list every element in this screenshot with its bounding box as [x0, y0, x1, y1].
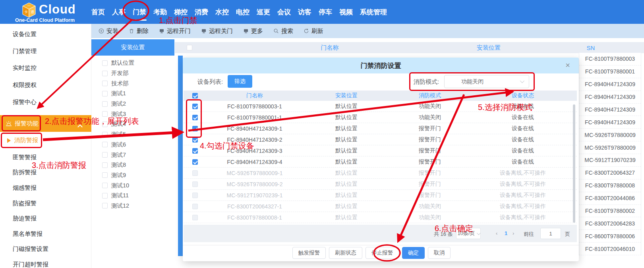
sn-cell[interactable]: FC-8300T20064327	[579, 167, 641, 179]
tree-item[interactable]: 测试4	[91, 119, 175, 129]
tree-item[interactable]: 测试11	[91, 191, 175, 201]
sidebar-item[interactable]: 门禁管理	[0, 43, 91, 60]
sn-cell[interactable]: FC-8100T20046010	[579, 243, 641, 255]
table-row[interactable]: MC-5912T19070239-1 默认位置 报警开门 设备离线,不可操作	[184, 190, 577, 201]
row-checkbox[interactable]	[192, 115, 198, 120]
row-checkbox[interactable]	[192, 170, 198, 176]
tree-item[interactable]: 测试7	[91, 150, 175, 160]
row-checkbox[interactable]	[192, 159, 198, 165]
install-button[interactable]: 安装	[99, 27, 118, 35]
nav-item[interactable]: 视频	[338, 6, 354, 18]
table-row[interactable]: MC-5926T97880009-2 默认位置 报警开门 设备离线,不可操作	[184, 179, 577, 190]
sidebar-item[interactable]: 实时监控	[0, 60, 91, 77]
footer-button[interactable]: 确定	[402, 247, 425, 259]
tree-item-checkbox[interactable]	[102, 172, 108, 178]
tree-item[interactable]: 测试12	[91, 201, 175, 211]
footer-button[interactable]: 刷新状态	[329, 247, 362, 259]
sidebar-item[interactable]: 防拆警报	[0, 165, 91, 181]
row-checkbox[interactable]	[192, 215, 198, 220]
tree-item[interactable]: 测试1	[91, 89, 175, 99]
nav-item[interactable]: 访客	[297, 6, 312, 18]
fire-mode-select[interactable]: 功能关闭	[444, 75, 529, 88]
select-all-checkbox[interactable]	[192, 93, 198, 98]
row-checkbox[interactable]	[192, 204, 198, 209]
sn-cell[interactable]: MC-5926T97880009	[579, 141, 641, 154]
tree-item[interactable]: 测试10	[91, 180, 175, 191]
sn-cell[interactable]: FC-8600T97880006	[579, 230, 641, 243]
search-button[interactable]: 搜索	[273, 27, 293, 35]
tree-item-checkbox[interactable]	[102, 162, 108, 168]
sidebar-item[interactable]: 防盗报警	[0, 196, 91, 211]
sidebar-item-fire-alarm[interactable]: 消防警报	[0, 132, 91, 149]
tree-item-checkbox[interactable]	[102, 142, 108, 147]
sn-cell[interactable]: FC-8300T97880008	[579, 179, 641, 192]
remote-close-button[interactable]: 远程关门	[201, 27, 233, 35]
table-row[interactable]: FC-8100T97880003-1 默认位置 功能关闭 设备在线	[184, 101, 577, 112]
tree-item-checkbox[interactable]	[102, 183, 108, 188]
sn-cell[interactable]: FC-8300T20064283	[579, 217, 641, 230]
table-row[interactable]: FC-8940H47124309-4 默认位置 报警开门 设备在线	[184, 156, 577, 168]
sidebar-item[interactable]: 胁迫警报	[0, 211, 91, 226]
tree-item-checkbox[interactable]	[102, 132, 108, 137]
nav-item[interactable]: 巡更	[256, 6, 271, 18]
tree-item-checkbox[interactable]	[102, 91, 108, 96]
sidebar-item[interactable]: 权限授权	[0, 77, 91, 94]
sn-cell[interactable]: FC-8100T97880001	[579, 66, 641, 78]
tree-item[interactable]: 测试3	[91, 109, 175, 119]
close-icon[interactable]: ×	[565, 61, 570, 69]
row-checkbox[interactable]	[192, 126, 198, 131]
tree-item-checkbox[interactable]	[102, 60, 108, 66]
nav-item[interactable]: 电控	[235, 6, 250, 18]
tree-item-checkbox[interactable]	[102, 203, 108, 208]
table-scrollbar[interactable]	[573, 104, 575, 223]
next-page-button[interactable]: ›	[512, 230, 514, 236]
row-checkbox[interactable]	[192, 193, 198, 198]
tree-item-checkbox[interactable]	[102, 111, 108, 117]
nav-item[interactable]: 停车	[318, 6, 333, 18]
refresh-button[interactable]: 刷新	[304, 27, 323, 35]
sn-cell[interactable]: MC-5912T19070239	[579, 154, 641, 167]
sn-cell[interactable]: FC-8100T97880002	[579, 205, 641, 218]
tree-item[interactable]: 测试6	[91, 140, 175, 150]
table-row[interactable]: FC-8940H47124309-3 默认位置 报警开门 设备在线	[184, 145, 577, 156]
sn-cell[interactable]: FC-8940H47124309	[579, 104, 641, 116]
nav-item[interactable]: 人事	[111, 6, 126, 18]
delete-button[interactable]: 删除	[129, 27, 149, 35]
tree-item[interactable]: 测试5	[91, 129, 175, 140]
nav-item[interactable]: 首页	[91, 6, 106, 18]
nav-item[interactable]: 会议	[277, 6, 292, 18]
tree-item[interactable]: 开发部	[91, 68, 175, 79]
sidebar-item[interactable]: 开门超时警报	[0, 257, 91, 268]
sidebar-item[interactable]: 烟感警报	[0, 180, 91, 196]
sn-cell[interactable]: FC-8940H47124309	[579, 116, 641, 129]
table-row[interactable]: FC-8300T20064327-1 默认位置 功能关闭 设备离线,不可操作	[184, 201, 577, 212]
sn-cell[interactable]: MC-5926T97880009	[579, 129, 641, 141]
sidebar-item-alarm-functions[interactable]: 报警功能	[0, 115, 91, 132]
sn-cell[interactable]: FC-8100T97880003	[579, 53, 641, 66]
sidebar-item[interactable]: 报警中心	[0, 94, 91, 111]
nav-item[interactable]: 考勤	[153, 6, 168, 18]
footer-button[interactable]: 触发报警	[292, 247, 326, 259]
tree-item-checkbox[interactable]	[102, 101, 108, 107]
current-page-number[interactable]: 1	[505, 230, 507, 236]
row-checkbox[interactable]	[192, 148, 198, 154]
sidebar-item[interactable]: 设备位置	[0, 26, 91, 43]
row-checkbox[interactable]	[192, 104, 198, 109]
goto-page-input[interactable]	[540, 228, 561, 239]
sn-cell[interactable]: FC-8300T20044086	[579, 192, 641, 205]
table-row[interactable]: FC-8100T97880001-1 默认位置 功能关闭 设备在线	[184, 112, 577, 123]
tree-item[interactable]: 默认位置	[91, 58, 175, 68]
footer-button[interactable]: 取消	[428, 247, 451, 259]
table-row[interactable]: FC-8940H47124309-2 默认位置 报警开门 设备在线	[184, 134, 577, 145]
sidebar-item[interactable]: 门磁报警设置	[0, 242, 91, 257]
row-checkbox[interactable]	[192, 137, 198, 143]
select-all-checkbox[interactable]	[187, 45, 192, 50]
page-size-select[interactable]: 10条/页	[456, 228, 481, 239]
nav-item[interactable]: 系统管理	[359, 6, 388, 18]
row-checkbox[interactable]	[192, 181, 198, 187]
sn-cell[interactable]: FC-8940H47124309	[579, 91, 641, 104]
nav-item[interactable]: 梯控	[173, 6, 188, 18]
tree-item[interactable]: 技术部	[91, 78, 175, 89]
table-row[interactable]: FC-8300T97880008-1 默认位置 功能关闭 设备离线,不可操作	[184, 212, 577, 223]
table-row[interactable]: MC-5926T97880009-1 默认位置 报警开门 设备离线,不可操作	[184, 168, 577, 179]
